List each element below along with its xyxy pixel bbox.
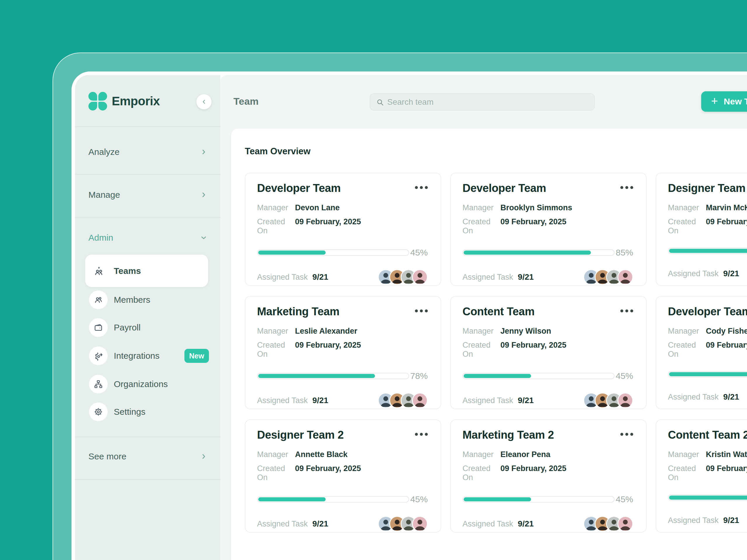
card-menu-button[interactable] — [415, 186, 428, 189]
new-team-button-label: New Team — [724, 97, 747, 106]
divider — [75, 437, 220, 437]
progress-fill — [464, 250, 591, 255]
chevron-down-icon — [200, 234, 207, 241]
manager-row: Manager Leslie Alexander — [257, 327, 428, 336]
progress-fill — [669, 249, 747, 253]
assigned-task-count: 9/21 — [518, 396, 534, 405]
progress-fill — [669, 496, 747, 500]
main-content: Team + New Team Team Overview Developer … — [220, 75, 747, 560]
sidebar-item-label: Members — [114, 295, 150, 305]
progress-bar — [668, 248, 747, 254]
progress-bar — [257, 249, 409, 256]
member-avatars — [583, 269, 633, 285]
manager-row: Manager Marvin McKinney — [668, 203, 747, 212]
card-menu-button[interactable] — [415, 310, 428, 312]
member-avatars — [583, 393, 633, 408]
created-on-date: 09 February, 2025 — [706, 217, 747, 226]
sidebar-item-label: Analyze — [88, 147, 120, 157]
sidebar-collapse-button[interactable] — [197, 94, 211, 109]
manager-name: Kristin Watson — [706, 450, 747, 459]
progress-bar — [668, 495, 747, 501]
assigned-task-count: 9/21 — [518, 272, 534, 282]
created-on-row: Created On 09 February, 2025 — [257, 341, 428, 359]
sidebar-item-manage[interactable]: Manage — [75, 177, 220, 212]
created-on-row: Created On 09 February, 2025 — [668, 464, 747, 482]
created-on-label: Created On — [257, 341, 295, 359]
progress-row — [668, 495, 747, 501]
plus-icon: + — [711, 95, 718, 107]
new-badge: New — [184, 349, 209, 363]
search-input[interactable] — [387, 94, 591, 110]
manager-name: Brooklyn Simmons — [500, 203, 572, 212]
search-icon — [376, 98, 385, 107]
sidebar-item-admin[interactable]: Admin — [75, 220, 220, 255]
manager-row: Manager Cody Fisher — [668, 327, 747, 336]
progress-percent: 78% — [410, 371, 428, 381]
assigned-task-label: Assigned Task — [257, 273, 308, 282]
team-card-title: Designer Team 2 — [257, 429, 428, 441]
created-on-label: Created On — [257, 464, 295, 482]
created-on-date: 09 February, 2025 — [295, 341, 361, 350]
team-card-title: Marketing Team — [257, 305, 428, 318]
assigned-task-count: 9/21 — [723, 516, 740, 525]
team-card: Content Team Manager Jenny Wilson Create… — [450, 296, 647, 409]
team-card: Marketing Team 2 Manager Eleanor Pena Cr… — [450, 420, 647, 533]
manager-label: Manager — [668, 450, 706, 459]
chevron-left-icon — [201, 99, 207, 105]
team-card: Content Team 2 Manager Kristin Watson Cr… — [656, 420, 747, 533]
chevron-right-icon — [200, 191, 207, 198]
sidebar-item-teams[interactable]: Teams — [85, 255, 208, 287]
progress-percent: 45% — [410, 248, 428, 258]
assigned-task-row: Assigned Task 9/21 — [668, 512, 747, 528]
manager-row: Manager Eleanor Pena — [463, 450, 633, 459]
created-on-row: Created On 09 February, 2025 — [668, 341, 747, 359]
divider — [75, 126, 220, 127]
progress-fill — [464, 374, 531, 378]
sidebar-item-organizations[interactable]: Organizations — [75, 370, 220, 398]
created-on-date: 09 February, 2025 — [500, 464, 566, 473]
manager-row: Manager Kristin Watson — [668, 450, 747, 459]
progress-row — [668, 371, 747, 377]
progress-fill — [464, 497, 531, 501]
page-title: Team — [233, 96, 259, 107]
search-team-field — [370, 93, 595, 110]
divider — [75, 217, 220, 218]
sidebar-item-payroll[interactable]: Payroll — [75, 314, 220, 342]
sidebar-item-members[interactable]: Members — [75, 286, 220, 314]
assigned-task-row: Assigned Task 9/21 — [668, 266, 747, 282]
sidebar-item-analyze[interactable]: Analyze — [75, 134, 220, 169]
emporix-logo-icon — [88, 92, 107, 110]
card-menu-button[interactable] — [415, 433, 428, 436]
manager-row: Manager Annette Black — [257, 450, 428, 459]
new-team-button[interactable]: + New Team — [701, 91, 747, 112]
team-card: Developer Team 2 Manager Cody Fisher Cre… — [656, 296, 747, 409]
manager-label: Manager — [463, 203, 500, 212]
sidebar-item-see-more[interactable]: See more — [75, 439, 220, 474]
member-avatar — [412, 516, 428, 532]
sidebar-item-label: Admin — [88, 233, 113, 243]
progress-fill — [258, 374, 375, 378]
assigned-task-row: Assigned Task 9/21 — [257, 269, 428, 285]
member-avatars — [378, 393, 428, 408]
gear-arrow-icon — [89, 347, 108, 365]
manager-name: Leslie Alexander — [295, 327, 357, 336]
team-card-title: Content Team 2 — [668, 429, 747, 441]
card-menu-button[interactable] — [620, 310, 633, 312]
sidebar-item-settings[interactable]: Settings — [75, 398, 220, 426]
created-on-label: Created On — [668, 464, 706, 482]
sidebar-item-label: See more — [88, 452, 126, 461]
card-menu-button[interactable] — [620, 433, 633, 436]
manager-label: Manager — [463, 327, 500, 336]
card-menu-button[interactable] — [620, 186, 633, 189]
assigned-task-row: Assigned Task 9/21 — [463, 516, 633, 532]
manager-name: Devon Lane — [295, 203, 340, 212]
team-card: Designer Team 2 Manager Annette Black Cr… — [245, 420, 441, 533]
team-card: Developer Team Manager Brooklyn Simmons … — [450, 173, 647, 286]
assigned-task-row: Assigned Task 9/21 — [257, 516, 428, 532]
progress-row — [668, 248, 747, 254]
created-on-date: 09 February, 2025 — [295, 464, 361, 473]
member-avatar — [617, 393, 633, 408]
app-window: Emporix Analyze Manage Admin — [72, 72, 747, 560]
assigned-task-label: Assigned Task — [463, 396, 513, 405]
progress-row: 45% — [463, 495, 633, 504]
